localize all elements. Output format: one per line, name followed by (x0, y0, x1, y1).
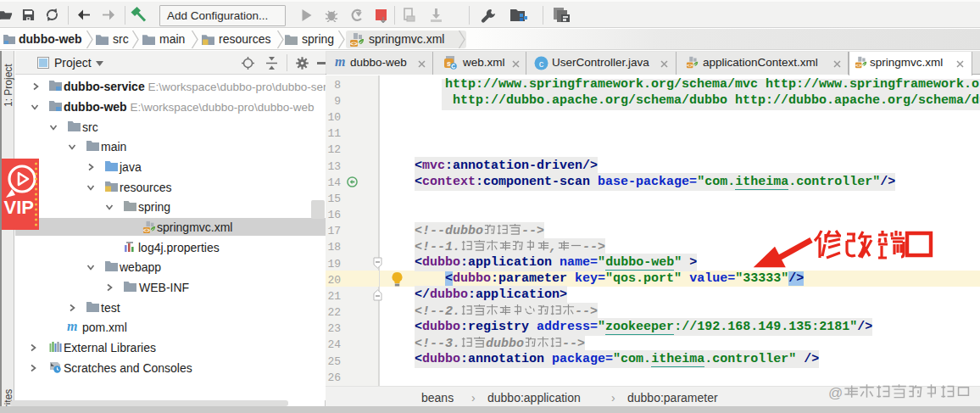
svg-text:<>: <> (143, 227, 150, 233)
svg-text:c: c (539, 59, 544, 69)
svg-text:<>: <> (350, 40, 358, 47)
svg-text:<>: <> (855, 62, 862, 68)
svg-text:VIP: VIP (4, 197, 34, 218)
svg-text:<>: <> (687, 62, 693, 68)
